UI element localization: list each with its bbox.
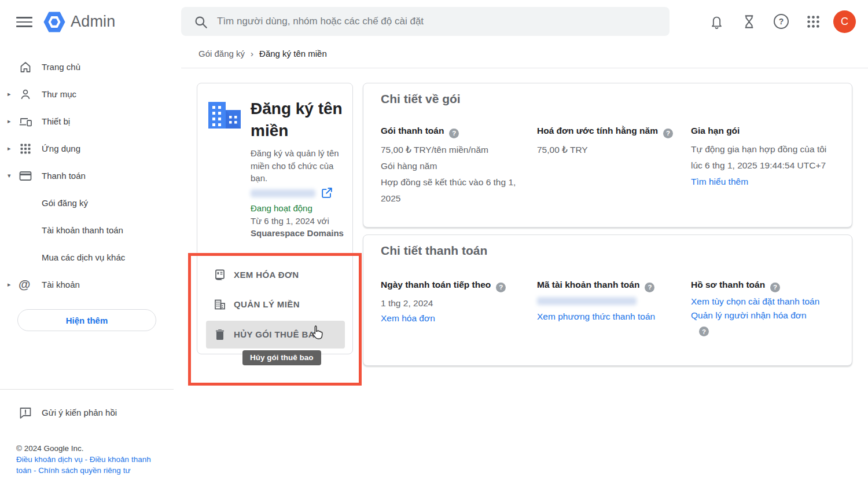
sidebar-item-directory[interactable]: ▸ Thư mục xyxy=(0,81,174,108)
renewal-label: Gia hạn gói xyxy=(691,126,740,135)
sidebar-item-subscriptions[interactable]: Gói đăng ký xyxy=(0,190,174,217)
renewal-column: Gia hạn gói Tự động gia hạn hợp đồng của… xyxy=(691,124,839,190)
help-icon[interactable]: ? xyxy=(699,327,709,336)
next-payment-column: Ngày thanh toán tiếp theo? 1 thg 2, 2024… xyxy=(381,278,527,326)
sidebar-item-devices[interactable]: ▸ Thiết bị xyxy=(0,108,174,135)
card-divider xyxy=(197,255,352,256)
cancel-tooltip: Hủy gói thuê bao xyxy=(242,350,321,365)
redacted-domain xyxy=(251,189,315,197)
sidebar-item-apps[interactable]: ▸ Ứng dụng xyxy=(0,135,174,163)
breadcrumb-parent[interactable]: Gói đăng ký xyxy=(198,49,245,58)
privacy-policy-link[interactable]: Chính sách quyền riêng tư xyxy=(38,466,130,475)
view-invoice-button[interactable]: XEM HÓA ĐƠN xyxy=(206,262,345,288)
action-label: QUẢN LÝ MIỀN xyxy=(234,299,300,309)
help-icon[interactable]: ? xyxy=(663,129,673,138)
plan-type: Gói hàng năm xyxy=(381,158,527,174)
apps-grid-icon[interactable] xyxy=(806,14,821,30)
sidebar-item-label: Gói đăng ký xyxy=(42,198,88,208)
tasks-hourglass-icon[interactable] xyxy=(741,14,757,30)
sidebar-item-billing[interactable]: ▾ Thanh toán xyxy=(0,163,174,190)
menu-icon[interactable] xyxy=(16,17,32,27)
manage-invoice-recipients-link[interactable]: Quản lý người nhận hóa đơn xyxy=(691,310,807,320)
sidebar-item-label: Thư mục xyxy=(42,89,76,99)
help-glyph: ? xyxy=(773,280,777,294)
sidebar-item-label: Thanh toán xyxy=(42,171,86,181)
help-icon[interactable]: ? xyxy=(645,283,654,292)
manage-domains-button[interactable]: QUẢN LÝ MIỀN xyxy=(206,291,345,318)
page-title: Đăng ký tên miền xyxy=(259,49,327,58)
panel-title: Chi tiết thanh toán xyxy=(381,244,487,258)
chevron-right-icon[interactable]: ▸ xyxy=(8,118,11,125)
chevron-right-icon[interactable]: ▸ xyxy=(8,281,11,288)
sidebar-item-label: Tài khoản thanh toán xyxy=(42,225,123,235)
billing-profile-label: Hồ sơ thanh toán xyxy=(691,280,765,289)
sidebar-item-home[interactable]: Trang chủ xyxy=(0,54,174,81)
chevron-down-icon[interactable]: ▾ xyxy=(8,172,11,179)
subscription-card: Đăng ký tên miền Đăng ký và quản lý tên … xyxy=(197,83,353,354)
feedback-label: Gửi ý kiến phản hồi xyxy=(42,408,117,417)
link-separator: - xyxy=(83,455,90,464)
sidebar-item-billing-accounts[interactable]: Tài khoản thanh toán xyxy=(0,217,174,244)
credit-card-icon xyxy=(19,169,32,183)
sidebar-item-label: Thiết bị xyxy=(42,116,70,126)
help-icon[interactable]: ? xyxy=(496,283,506,292)
domain-row xyxy=(251,188,343,199)
billing-profile-column: Hồ sơ thanh toán? Xem tùy chọn cài đặt t… xyxy=(691,278,839,336)
sidebar: Trang chủ ▸ Thư mục ▸ Thiết bị ▸ Ứng dụn… xyxy=(0,54,174,299)
sidebar-footer: © 2024 Google Inc. Điều khoản dịch vụ - … xyxy=(16,443,168,476)
payment-plan-label: Gói thanh toán xyxy=(381,126,444,135)
sidebar-item-label: Trang chủ xyxy=(42,62,80,72)
sidebar-item-account[interactable]: ▸ @ Tài khoản xyxy=(0,272,174,299)
learn-more-link[interactable]: Tìm hiểu thêm xyxy=(691,177,748,186)
contract-end: Hợp đồng sẽ kết thúc vào 6 thg 1, 2025 xyxy=(381,174,527,207)
card-description: Đăng ký và quản lý tên miền cho tổ chức … xyxy=(251,147,348,185)
show-more-button[interactable]: Hiện thêm xyxy=(17,309,156,331)
search-icon xyxy=(193,14,208,30)
sidebar-item-label: Ứng dụng xyxy=(42,144,80,153)
search-bar xyxy=(181,7,670,36)
help-glyph: ? xyxy=(452,126,456,140)
person-icon xyxy=(19,87,32,101)
view-payment-methods-link[interactable]: Xem phương thức thanh toán xyxy=(537,311,655,321)
action-label: XEM HÓA ĐƠN xyxy=(234,270,299,280)
payment-settings-link[interactable]: Xem tùy chọn cài đặt thanh toán xyxy=(691,296,819,306)
terms-of-service-link[interactable]: Điều khoản dịch vụ xyxy=(16,455,83,464)
sidebar-item-buy-services[interactable]: Mua các dịch vụ khác xyxy=(0,244,174,272)
chevron-right-icon[interactable]: ▸ xyxy=(8,145,11,152)
action-label: HỦY GÓI THUÊ BAO xyxy=(234,329,322,339)
copyright: © 2024 Google Inc. xyxy=(16,443,168,454)
sidebar-divider xyxy=(0,389,174,390)
admin-console: Admin ? C Trang chủ ▸ Thư mục xyxy=(0,0,868,484)
avatar-letter: C xyxy=(841,16,848,28)
active-since: Từ 6 thg 1, 2024 với xyxy=(251,216,329,226)
redacted-account-id xyxy=(537,297,637,305)
send-feedback-button[interactable]: Gửi ý kiến phản hồi xyxy=(0,401,174,425)
help-glyph: ? xyxy=(779,17,784,26)
estimated-bill-column: Hoá đơn ước tính hằng năm? 75,00 ₺ TRY xyxy=(537,124,681,158)
help-icon[interactable]: ? xyxy=(770,283,780,292)
header-divider xyxy=(181,68,868,68)
view-invoice-link[interactable]: Xem hóa đơn xyxy=(381,313,435,323)
help-icon[interactable]: ? xyxy=(449,129,459,138)
cancel-subscription-button[interactable]: HỦY GÓI THUÊ BAO xyxy=(206,321,345,349)
help-icon[interactable]: ? xyxy=(774,14,789,29)
feedback-icon xyxy=(19,406,32,420)
trash-icon xyxy=(213,328,227,342)
external-link-icon[interactable] xyxy=(321,186,333,199)
payment-details-panel: Chi tiết thanh toán Ngày thanh toán tiếp… xyxy=(363,234,852,366)
avatar[interactable]: C xyxy=(833,10,856,33)
notifications-bell-icon[interactable] xyxy=(709,14,724,30)
domain-registration-icon xyxy=(208,101,241,129)
manage-domains-icon xyxy=(213,298,227,311)
help-glyph: ? xyxy=(702,325,706,339)
next-payment-label: Ngày thanh toán tiếp theo xyxy=(381,280,491,289)
sidebar-item-label: Mua các dịch vụ khác xyxy=(42,252,125,262)
status-badge: Đang hoạt động xyxy=(251,203,312,213)
footer-links: Điều khoản dịch vụ - Điều khoản thanh to… xyxy=(16,454,168,476)
plan-details-panel: Chi tiết về gói Gói thanh toán? 75,00 ₺ … xyxy=(363,83,852,228)
chevron-right-icon[interactable]: ▸ xyxy=(8,90,11,98)
search-input[interactable] xyxy=(217,7,657,36)
payment-plan-column: Gói thanh toán? 75,00 ₺ TRY/tên miền/năm… xyxy=(381,124,527,207)
provider-name: Squarespace Domains xyxy=(251,228,344,238)
help-glyph: ? xyxy=(648,280,652,294)
